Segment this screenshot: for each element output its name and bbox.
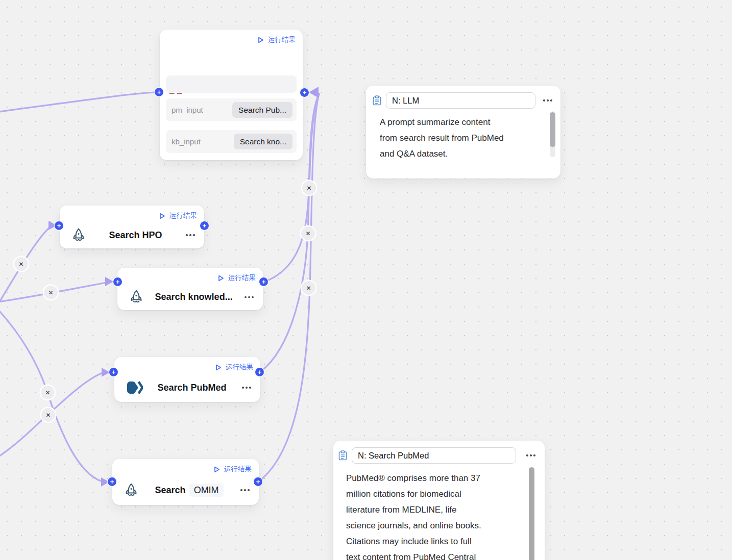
port-omim-right[interactable]: + [254, 477, 262, 486]
port-knowledge-right[interactable]: + [259, 277, 268, 286]
run-results-link[interactable]: 运行结果 [257, 35, 296, 44]
workflow-canvas[interactable]: { "colors": { "canvas_bg": "#f1f1f2", "e… [0, 0, 732, 560]
arrowhead-knowledge-input [105, 277, 113, 286]
edge-delete-button[interactable]: ✕ [302, 281, 315, 295]
node-search-knowledge[interactable]: 运行结果 Search knowled... [117, 268, 263, 310]
node-title-edit-field[interactable]: OMIM [189, 483, 224, 497]
param-row-kb-input: kb_input Search kno... [166, 130, 297, 153]
play-icon [213, 466, 221, 473]
note-name-input[interactable] [352, 447, 516, 464]
rocket-icon [71, 227, 86, 243]
note-icon [373, 95, 381, 106]
rocket-icon [124, 482, 139, 498]
scrollbar-thumb[interactable] [529, 467, 534, 560]
edge-delete-button[interactable]: ✕ [41, 408, 55, 422]
note-body-text[interactable]: PubMed® comprises more than 37 million c… [346, 470, 526, 560]
more-menu-button[interactable] [239, 487, 251, 493]
edge-delete-button[interactable]: ✕ [14, 257, 28, 271]
arrowhead-llm-input [309, 87, 319, 98]
run-results-label: 运行结果 [268, 35, 296, 44]
note-search-pubmed[interactable]: PubMed® comprises more than 37 million c… [333, 441, 545, 560]
edge-delete-button[interactable]: ✕ [302, 181, 316, 195]
port-hpo-right[interactable]: + [200, 221, 209, 230]
node-search-omim[interactable]: 运行结果 SearchOMIM [112, 459, 259, 505]
rocket-icon [129, 289, 144, 305]
more-menu-button[interactable] [542, 97, 553, 104]
more-menu-button[interactable] [185, 232, 196, 238]
play-icon [217, 274, 225, 282]
run-results-link[interactable]: 运行结果 [213, 465, 252, 474]
node-title: SearchOMIM [139, 485, 239, 496]
edge-delete-button[interactable]: ✕ [41, 386, 55, 399]
edge-into-hpo[interactable] [0, 227, 50, 315]
node-title: Search HPO [86, 230, 185, 241]
node-search-pubmed[interactable]: 运行结果 Search PubMed [114, 357, 260, 402]
run-results-label: 运行结果 [226, 363, 253, 372]
port-omim-left[interactable]: + [108, 477, 116, 486]
arrowhead-pubmed-input [102, 368, 110, 377]
port-llm-left[interactable]: + [155, 88, 163, 96]
node-title: Search knowled... [144, 292, 243, 302]
note-icon [338, 450, 347, 461]
param-label: kb_input [172, 137, 201, 146]
param-label: pm_input [172, 106, 203, 114]
more-menu-button[interactable] [241, 385, 252, 391]
note-name-input[interactable] [386, 92, 535, 109]
node-llm[interactable]: 运行结果 LLM pm_input Search Pub... kb_input… [160, 30, 303, 160]
node-search-hpo[interactable]: 运行结果 Search HPO [60, 206, 204, 248]
param-row-pm-input: pm_input Search Pub... [166, 98, 297, 121]
run-results-link[interactable]: 运行结果 [158, 211, 197, 220]
run-results-link[interactable]: 运行结果 [217, 273, 256, 283]
port-pubmed-right[interactable]: + [255, 368, 264, 376]
note-llm[interactable]: A prompt summarize content from search r… [366, 86, 560, 179]
play-icon [214, 364, 222, 371]
port-knowledge-left[interactable]: + [113, 277, 122, 286]
pubmed-icon [126, 380, 143, 395]
more-menu-button[interactable] [243, 294, 255, 300]
run-results-label: 运行结果 [169, 211, 197, 220]
node-title: Search PubMed [143, 383, 241, 393]
param-value-pill[interactable]: Search Pub... [232, 102, 292, 118]
edge-into-llm-left[interactable] [0, 92, 155, 113]
edge-delete-button[interactable]: ✕ [301, 226, 315, 240]
port-pubmed-left[interactable]: + [109, 368, 118, 376]
more-menu-button[interactable] [525, 452, 536, 459]
run-results-link[interactable]: 运行结果 [214, 363, 253, 372]
run-results-label: 运行结果 [224, 465, 252, 474]
edge-delete-button[interactable]: ✕ [44, 286, 58, 299]
node-title-prefix: Search [155, 485, 186, 495]
scrollbar-thumb[interactable] [550, 112, 555, 147]
run-results-label: 运行结果 [228, 273, 256, 283]
play-icon [257, 36, 264, 44]
port-hpo-left[interactable]: + [55, 221, 63, 230]
llm-empty-field[interactable] [166, 75, 297, 93]
play-icon [158, 212, 166, 220]
port-llm-right[interactable]: + [300, 88, 309, 97]
param-value-pill[interactable]: Search kno... [234, 134, 292, 149]
note-body-text[interactable]: A prompt summarize content from search r… [380, 114, 543, 159]
